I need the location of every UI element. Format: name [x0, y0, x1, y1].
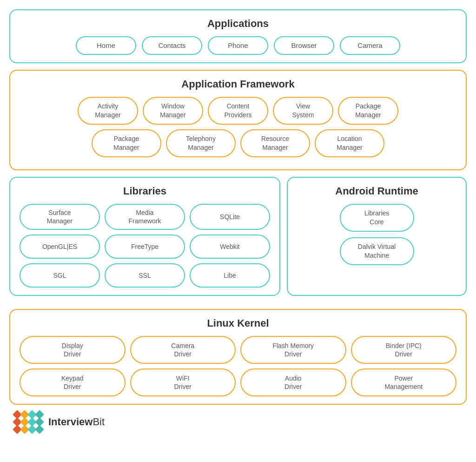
android-runtime-section: Android Runtime Libraries CoreDalvik Vir…: [287, 177, 467, 296]
logo-section: InterviewBit: [9, 411, 467, 433]
framework-pill: Package Manager: [338, 97, 398, 125]
kernel-pill: WiFI Driver: [130, 368, 236, 396]
kernel-pill: Keypad Driver: [20, 368, 126, 396]
app-pill: Camera: [340, 36, 400, 55]
library-pill: OpenGL|ES: [20, 234, 100, 259]
framework-section: Application Framework Activity ManagerWi…: [9, 70, 467, 170]
framework-row2: Package ManagerTelephony ManagerResource…: [20, 129, 456, 157]
libraries-title: Libraries: [20, 185, 270, 197]
app-pill: Phone: [208, 36, 268, 55]
runtime-pill: Libraries Core: [340, 204, 414, 232]
logo-text: InterviewBit: [48, 416, 105, 428]
app-pill: Home: [76, 36, 136, 55]
app-pill: Contacts: [142, 36, 202, 55]
applications-section: Applications HomeContactsPhoneBrowserCam…: [9, 9, 467, 63]
framework-pill: View System: [273, 97, 333, 125]
diamond-cell: [35, 425, 44, 434]
framework-pill: Telephony Manager: [166, 129, 236, 157]
kernel-pill: Display Driver: [20, 336, 126, 364]
linux-kernel-title: Linux Kernel: [20, 317, 456, 329]
kernel-pill: Binder (IPC) Driver: [351, 336, 457, 364]
runtime-pill: Dalvik Virtual Machine: [340, 237, 414, 265]
middle-section: Libraries Surface ManagerMedia Framework…: [9, 177, 467, 302]
kernel-pill: Camera Driver: [130, 336, 236, 364]
app-pill: Browser: [274, 36, 334, 55]
android-runtime-title: Android Runtime: [297, 185, 456, 197]
framework-row1: Activity ManagerWindow ManagerContent Pr…: [20, 97, 456, 125]
kernel-row1: Display DriverCamera DriverFlash Memory …: [20, 336, 456, 364]
library-pill: Libe: [190, 263, 270, 288]
library-pill: SQLite: [190, 204, 270, 230]
applications-title: Applications: [20, 18, 456, 30]
library-pill: Surface Manager: [20, 204, 100, 230]
library-pill: SGL: [20, 263, 100, 288]
framework-pill: Window Manager: [143, 97, 203, 125]
applications-row: HomeContactsPhoneBrowserCamera: [20, 36, 456, 55]
kernel-pill: Power Management: [351, 368, 457, 396]
libraries-section: Libraries Surface ManagerMedia Framework…: [9, 177, 280, 296]
framework-pill: Location Manager: [315, 129, 384, 157]
framework-title: Application Framework: [20, 78, 456, 90]
framework-pill: Content Providers: [208, 97, 268, 125]
logo-diamond: [14, 411, 43, 433]
framework-pill: Resource Manager: [240, 129, 310, 157]
library-pill: FreeType: [105, 234, 185, 259]
framework-pill: Activity Manager: [78, 97, 138, 125]
library-pill: Webkit: [190, 234, 270, 259]
library-pill: SSL: [105, 263, 185, 288]
logo-normal: Bit: [93, 416, 105, 428]
logo-bold: Interview: [48, 416, 93, 428]
library-pill: Media Framework: [105, 204, 185, 230]
linux-kernel-section: Linux Kernel Display DriverCamera Driver…: [9, 309, 467, 405]
kernel-row2: Keypad DriverWiFI DriverAudio DriverPowe…: [20, 368, 456, 396]
kernel-pill: Audio Driver: [240, 368, 346, 396]
libraries-grid: Surface ManagerMedia FrameworkSQLiteOpen…: [20, 204, 270, 288]
framework-pill: Package Manager: [92, 129, 161, 157]
kernel-pill: Flash Memory Driver: [240, 336, 346, 364]
runtime-grid: Libraries CoreDalvik Virtual Machine: [297, 204, 456, 265]
